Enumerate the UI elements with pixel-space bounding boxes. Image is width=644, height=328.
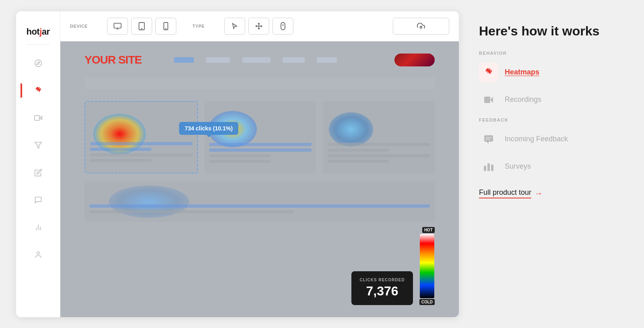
feature-item-heatmaps[interactable]: Heatmaps xyxy=(479,63,616,82)
nav-dot-2 xyxy=(206,57,230,63)
sidebar-item-feedback[interactable] xyxy=(29,164,47,182)
svg-marker-22 xyxy=(486,142,489,144)
sidebar: hotjar xyxy=(16,11,60,317)
surveys-feature-icon xyxy=(479,157,498,176)
nav-dot-4 xyxy=(283,57,305,63)
surveys-feature-label: Surveys xyxy=(505,162,531,171)
card-lines-2 xyxy=(209,143,312,165)
mock-nav xyxy=(174,57,337,63)
feature-item-surveys[interactable]: Surveys xyxy=(479,157,616,176)
type-label: TYPE xyxy=(192,24,205,29)
sidebar-item-recordings[interactable] xyxy=(29,109,47,127)
compass-icon xyxy=(34,59,42,67)
temperature-scale-wrapper: HOT COLD xyxy=(419,227,435,305)
incoming-feedback-feature-label: Incoming Feedback xyxy=(505,135,568,143)
sidebar-item-users[interactable] xyxy=(29,246,47,264)
mock-site-title: YOUR SITE xyxy=(85,54,142,66)
move-type-btn[interactable] xyxy=(248,18,269,35)
card-line xyxy=(90,153,192,157)
upload-btn[interactable] xyxy=(393,18,449,35)
device-label: DEVICE xyxy=(70,24,88,29)
type-buttons xyxy=(224,18,293,35)
nav-dot-1 xyxy=(174,57,194,63)
feature-item-incoming-feedback[interactable]: Incoming Feedback xyxy=(479,130,616,149)
mock-card-2 xyxy=(204,101,316,173)
click-tooltip: 734 clicks (10.1%) xyxy=(179,122,238,135)
stats-overlay: CLICKS RECORDED 7,376 HOT COLD xyxy=(351,227,435,305)
svg-marker-2 xyxy=(39,116,42,119)
heatmaps-feature-label: Heatmaps xyxy=(505,68,539,76)
svg-rect-25 xyxy=(484,166,486,171)
card-line xyxy=(328,143,430,146)
heatmap-visualization: YOUR SITE xyxy=(60,41,459,317)
temp-gradient xyxy=(420,234,434,298)
heatmaps-feature-icon xyxy=(479,63,498,82)
logo-dot: j xyxy=(39,27,42,37)
sidebar-item-polls[interactable] xyxy=(29,191,47,209)
feedback-section-heading: FEEDBACK xyxy=(479,118,616,122)
svg-marker-4 xyxy=(35,142,41,148)
card-line xyxy=(209,160,270,163)
feature-item-recordings[interactable]: Recordings xyxy=(479,90,616,109)
svg-point-0 xyxy=(35,60,41,66)
sidebar-item-heatmap[interactable] xyxy=(29,82,47,99)
full-tour-text: Full product tour xyxy=(479,188,531,198)
card-line xyxy=(328,149,389,152)
mock-searchbar xyxy=(85,78,435,89)
svg-point-8 xyxy=(37,252,39,254)
bottom-card-lines xyxy=(89,204,430,216)
card-line xyxy=(89,204,430,208)
svg-rect-21 xyxy=(484,135,493,142)
click-type-btn[interactable] xyxy=(224,18,245,35)
clicks-recorded-label: CLICKS RECORDED xyxy=(359,278,405,282)
mobile-icon xyxy=(163,22,168,30)
card-line xyxy=(209,154,270,157)
page-wrapper: hotjar xyxy=(16,11,628,317)
nav-dot-5 xyxy=(317,57,337,63)
clicks-recorded-value: 7,376 xyxy=(359,284,405,299)
mock-cta-button xyxy=(394,54,435,66)
tablet-btn[interactable] xyxy=(131,18,152,35)
card-line xyxy=(90,148,151,151)
card-line xyxy=(209,143,312,146)
feedback-section: FEEDBACK Incoming Feedback xyxy=(479,118,616,176)
sidebar-item-surveys[interactable] xyxy=(29,219,47,236)
hotjar-logo: hotjar xyxy=(26,19,50,45)
full-tour-link[interactable]: Full product tour → xyxy=(479,188,616,198)
how-it-works-title: Here's how it works xyxy=(479,23,616,39)
mock-wide-card xyxy=(85,182,435,222)
scroll-type-btn[interactable] xyxy=(272,18,293,35)
desktop-btn[interactable] xyxy=(107,18,128,35)
svg-rect-27 xyxy=(491,165,493,171)
sidebar-item-compass[interactable] xyxy=(29,54,47,72)
site-title-highlight: SITE xyxy=(118,54,142,66)
svg-rect-19 xyxy=(484,97,490,103)
scroll-icon xyxy=(280,22,286,30)
temp-gradient-bar xyxy=(420,234,434,298)
bottom-row xyxy=(85,182,435,222)
nav-dot-3 xyxy=(242,57,270,63)
sidebar-item-funnels[interactable] xyxy=(29,136,47,154)
clicks-recorded-box: CLICKS RECORDED 7,376 xyxy=(351,271,413,305)
behavior-section-heading: BEHAVIOR xyxy=(479,51,616,56)
message-feature-icon xyxy=(484,135,493,144)
funnel-icon xyxy=(34,141,42,149)
card-lines-3 xyxy=(328,143,430,165)
svg-rect-9 xyxy=(114,23,121,28)
mobile-btn[interactable] xyxy=(155,18,176,35)
heatmap-blob-cool xyxy=(329,112,373,146)
content-area: DEVICE xyxy=(60,11,459,317)
message-square-icon xyxy=(34,196,42,204)
temp-cold-label: COLD xyxy=(419,299,435,305)
edit-icon xyxy=(34,169,42,177)
right-panel: Here's how it works BEHAVIOR Heatmaps Re… xyxy=(475,11,620,210)
full-tour-arrow: → xyxy=(535,189,543,198)
desktop-icon xyxy=(114,23,122,29)
recordings-feature-icon xyxy=(479,90,498,109)
card-line xyxy=(328,154,430,157)
main-card: hotjar xyxy=(16,11,459,317)
bar-chart-feature-icon xyxy=(483,162,494,171)
card-lines-1 xyxy=(90,142,192,165)
svg-marker-1 xyxy=(37,62,39,64)
video-icon xyxy=(34,114,42,122)
